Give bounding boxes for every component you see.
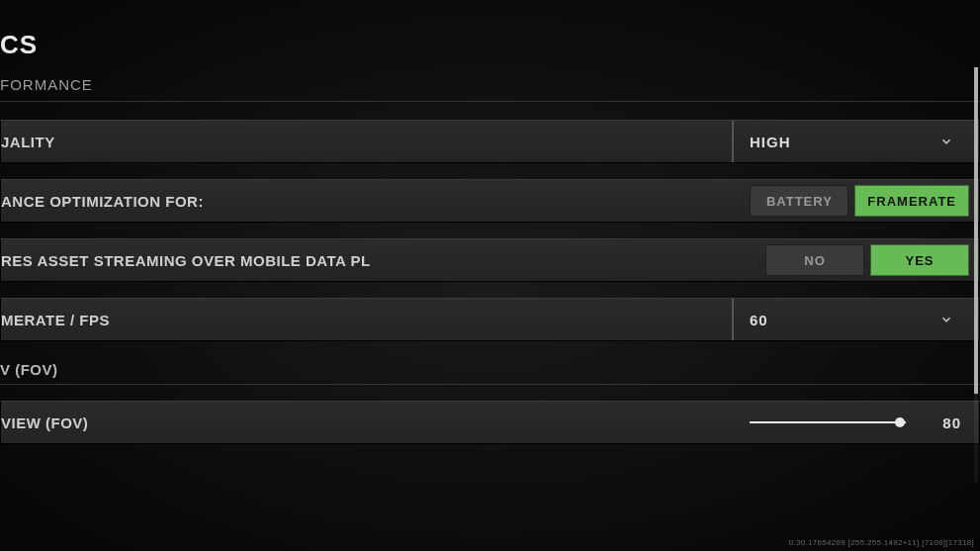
slider-fov[interactable] — [750, 421, 906, 423]
btn-optimize-framerate[interactable]: FRAMERATE — [854, 185, 969, 217]
chevron-down-icon — [939, 135, 953, 148]
btn-optimize-battery[interactable]: BATTERY — [750, 185, 848, 217]
toggle-optimize: BATTERY FRAMERATE — [750, 185, 969, 217]
row-quality: JALITY HIGH — [0, 120, 980, 163]
page-title: CS — [0, 0, 980, 74]
label-fov-section: V (FOV) — [0, 361, 58, 378]
toggle-streaming: NO YES — [765, 244, 969, 276]
settings-rows: JALITY HIGH ANCE OPTIMIZATION FOR: BATTE… — [0, 102, 980, 444]
label-quality: JALITY — [1, 134, 55, 150]
scrollbar[interactable] — [974, 67, 978, 483]
label-fps: MERATE / FPS — [1, 312, 110, 328]
slider-thumb-fov[interactable] — [895, 417, 905, 427]
row-fps: MERATE / FPS 60 — [0, 298, 980, 341]
dropdown-value-quality: HIGH — [750, 134, 791, 150]
label-fov: VIEW (FOV) — [1, 414, 88, 431]
label-streaming: RES ASSET STREAMING OVER MOBILE DATA PL — [1, 252, 371, 269]
debug-text: 0.30.17654269 [255.255.1492+11] [7108][1… — [789, 538, 974, 547]
dropdown-fps[interactable]: 60 — [732, 299, 969, 340]
slider-value-fov: 80 — [939, 414, 961, 431]
btn-streaming-no[interactable]: NO — [765, 244, 864, 276]
dropdown-quality[interactable]: HIGH — [732, 121, 969, 162]
row-optimize: ANCE OPTIMIZATION FOR: BATTERY FRAMERATE — [0, 179, 980, 223]
row-fov: VIEW (FOV) 80 — [0, 401, 980, 444]
row-streaming: RES ASSET STREAMING OVER MOBILE DATA PL … — [0, 238, 980, 282]
scrollbar-thumb[interactable] — [974, 67, 978, 394]
label-optimize: ANCE OPTIMIZATION FOR: — [1, 193, 204, 210]
dropdown-value-fps: 60 — [750, 312, 768, 328]
section-label: FORMANCE — [0, 74, 980, 102]
row-fov-section: V (FOV) — [0, 357, 980, 385]
chevron-down-icon — [939, 313, 953, 326]
btn-streaming-yes[interactable]: YES — [870, 244, 969, 276]
